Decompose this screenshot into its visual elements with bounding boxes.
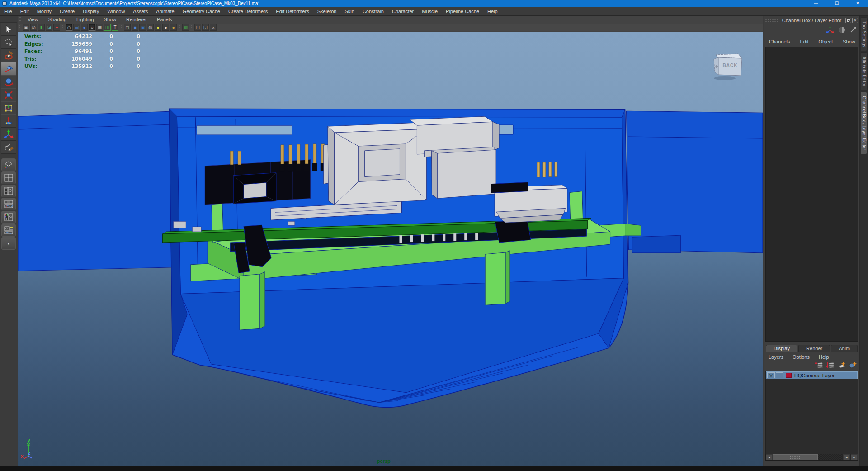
panel-float-button[interactable] xyxy=(845,18,851,23)
scroll-left-button[interactable]: ◄ xyxy=(766,454,773,460)
menu-muscle[interactable]: Muscle xyxy=(418,7,442,16)
menu-pipeline-cache[interactable]: Pipeline Cache xyxy=(442,7,483,16)
wireframe-mode-icon[interactable]: ◇ xyxy=(66,24,72,31)
layout-four-pane-button[interactable] xyxy=(1,171,16,184)
share-view-icon[interactable]: ∝ xyxy=(210,24,217,31)
layer-name[interactable]: HQCamera_Layer xyxy=(794,373,835,378)
menu-animate[interactable]: Animate xyxy=(152,7,178,16)
menu-create-deformers[interactable]: Create Deformers xyxy=(224,7,272,16)
layer-visibility-toggle[interactable]: V xyxy=(767,372,775,378)
menu-skeleton[interactable]: Skeleton xyxy=(313,7,341,16)
manipulator-axis-icon[interactable] xyxy=(826,26,834,33)
close-button[interactable]: ✕ xyxy=(847,0,868,7)
rotate-tool[interactable] xyxy=(1,75,16,88)
2d-pan-zoom-icon[interactable]: + xyxy=(53,24,60,31)
layer-list[interactable]: V HQCamera_Layer xyxy=(765,371,858,457)
layer-scrollbar[interactable]: ◄ ◄ ► xyxy=(765,454,858,461)
checkered-sphere-icon[interactable]: ◍ xyxy=(147,24,154,31)
wireframe-on-shaded-icon[interactable]: ◫ xyxy=(104,24,111,31)
layer-display-type-toggle[interactable] xyxy=(776,372,783,378)
tab-render[interactable]: Render xyxy=(798,345,830,352)
menu-geometry-cache[interactable]: Geometry Cache xyxy=(179,7,224,16)
textured-cube-icon[interactable]: ▣ xyxy=(139,24,146,31)
menu-object[interactable]: Object xyxy=(813,39,838,44)
move-layer-down-icon[interactable] xyxy=(826,362,834,368)
menu-window[interactable]: Window xyxy=(103,7,129,16)
menu-show[interactable]: Show xyxy=(838,39,860,44)
film-gate-icon[interactable]: ▤ xyxy=(73,24,80,31)
scrollbar-track[interactable] xyxy=(818,454,842,460)
create-empty-layer-icon[interactable] xyxy=(837,362,845,368)
textured-mode-icon[interactable]: T xyxy=(112,24,118,31)
channel-box-empty-area[interactable] xyxy=(765,47,858,342)
layer-color-swatch[interactable] xyxy=(786,373,792,378)
panel-menu-grip[interactable] xyxy=(19,17,21,22)
panel-close-button[interactable]: ✕ xyxy=(852,18,858,23)
no-lights-icon[interactable]: ● xyxy=(155,24,161,31)
tab-attribute-editor[interactable]: Attribute Editor xyxy=(861,52,868,90)
bookmarks-icon[interactable]: ▮ xyxy=(38,24,45,31)
layout-single-pane-button[interactable] xyxy=(1,158,16,171)
soft-modification-tool[interactable] xyxy=(1,114,16,128)
menu-channels[interactable]: Channels xyxy=(764,39,795,44)
selection-preview-icon[interactable]: ▧ xyxy=(182,24,189,31)
viewport-canvas[interactable]: Verts: 64212 0 0 Edges: 159659 0 0 Faces… xyxy=(18,32,763,466)
image-plane-icon[interactable]: ◪ xyxy=(46,24,52,31)
last-tool[interactable] xyxy=(1,141,16,154)
shaded-cube-icon[interactable]: ■ xyxy=(132,24,138,31)
layout-more-button[interactable]: ▾ xyxy=(1,237,16,250)
menu-constrain[interactable]: Constrain xyxy=(359,7,388,16)
speed-dial-icon[interactable] xyxy=(838,26,845,33)
isolate-select-icon[interactable]: ◳ xyxy=(194,24,201,31)
tab-channel-box-layer-editor[interactable]: Channel Box / Layer Editor xyxy=(861,92,868,154)
menu-assets[interactable]: Assets xyxy=(129,7,152,16)
page-left-button[interactable]: ◄ xyxy=(843,454,850,460)
menu-edit[interactable]: Edit xyxy=(16,7,33,16)
slider-arrow-icon[interactable] xyxy=(849,26,857,33)
layer-row-hqcamera[interactable]: V HQCamera_Layer xyxy=(766,371,858,379)
menu-display[interactable]: Display xyxy=(79,7,103,16)
use-default-material-icon[interactable]: ◻ xyxy=(124,24,131,31)
select-tool[interactable] xyxy=(1,23,16,36)
panel-menu-lighting[interactable]: Lighting xyxy=(71,17,99,22)
panel-menu-show[interactable]: Show xyxy=(99,17,122,22)
paint-selection-tool[interactable] xyxy=(1,49,16,62)
minimize-button[interactable]: — xyxy=(806,0,826,7)
all-lights-icon[interactable]: ● xyxy=(170,24,177,31)
view-cube-face-text[interactable]: BACK xyxy=(721,63,739,68)
create-layer-from-selected-icon[interactable] xyxy=(849,362,857,368)
lasso-tool[interactable] xyxy=(1,36,16,49)
shaded-mode-icon[interactable]: ● xyxy=(81,24,88,31)
scrollbar-thumb[interactable] xyxy=(773,454,818,460)
xray-mode-icon[interactable]: ▩ xyxy=(96,24,103,31)
menu-modify[interactable]: Modify xyxy=(33,7,56,16)
universal-manipulator-tool[interactable] xyxy=(1,101,16,114)
tab-tool-settings[interactable]: Tool Settings xyxy=(861,17,868,51)
maximize-button[interactable]: ☐ xyxy=(826,0,847,7)
page-right-button[interactable]: ► xyxy=(851,454,858,460)
layout-persp-graph-button[interactable] xyxy=(1,198,16,210)
move-layer-up-icon[interactable] xyxy=(815,362,823,368)
move-tool[interactable] xyxy=(1,62,16,75)
default-light-icon[interactable]: ● xyxy=(162,24,169,31)
camera-bookmark-icon[interactable]: ◉ xyxy=(23,24,29,31)
menu-options[interactable]: Options xyxy=(788,354,814,360)
view-cube[interactable]: BACK xyxy=(709,49,746,81)
layout-persp-multi-button[interactable] xyxy=(1,224,16,237)
layout-hypershade-persp-button[interactable] xyxy=(1,211,16,224)
menu-file[interactable]: File xyxy=(0,7,16,16)
panel-menu-view[interactable]: View xyxy=(23,17,43,22)
tab-anim[interactable]: Anim xyxy=(831,345,858,352)
menu-help[interactable]: Help xyxy=(483,7,502,16)
show-manipulator-tool[interactable] xyxy=(1,128,16,141)
scale-tool[interactable] xyxy=(1,88,16,101)
panel-drag-grip[interactable] xyxy=(765,19,778,22)
menu-edit-channels[interactable]: Edit xyxy=(795,39,813,44)
menu-skin[interactable]: Skin xyxy=(340,7,358,16)
menu-layer-help[interactable]: Help xyxy=(814,354,834,360)
camera-attributes-icon[interactable]: ◎ xyxy=(30,24,37,31)
menu-character[interactable]: Character xyxy=(388,7,418,16)
flat-shaded-icon[interactable]: ○ xyxy=(89,24,95,31)
menu-layers[interactable]: Layers xyxy=(764,354,788,360)
panel-menu-shading[interactable]: Shading xyxy=(43,17,71,22)
